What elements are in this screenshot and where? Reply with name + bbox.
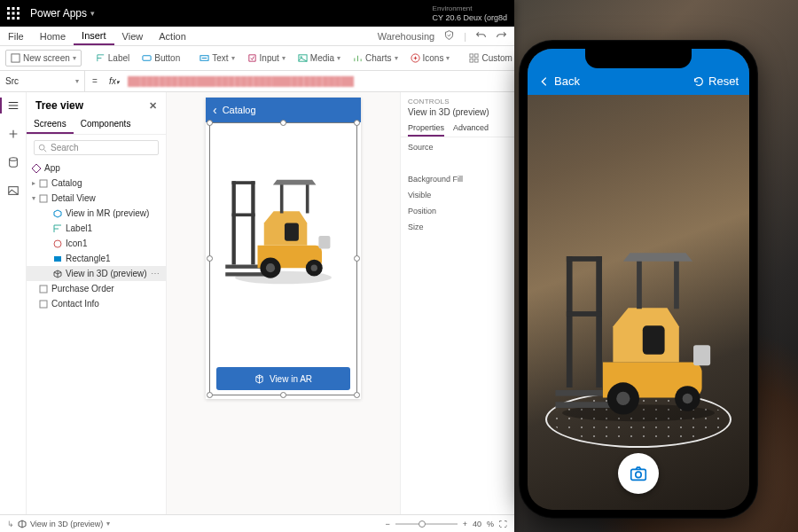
menu-view[interactable]: View (114, 27, 152, 45)
node-rect1-label: Rectangle1 (66, 254, 111, 263)
props-tab-properties[interactable]: Properties (408, 121, 444, 137)
tab-screens[interactable]: Screens (27, 115, 74, 134)
formula-bar: Src ▾ = fx▾ ████████████████████████████… (0, 71, 514, 92)
view-in-ar-label: View in AR (270, 374, 312, 384)
resize-handle[interactable] (280, 392, 286, 398)
undo-icon[interactable] (475, 29, 487, 43)
resize-handle[interactable] (280, 120, 286, 126)
zoom-out-icon[interactable]: − (385, 520, 389, 528)
node-detail-view[interactable]: ▾ Detail View (27, 191, 166, 206)
phone-reset-label: Reset (708, 74, 739, 88)
node-catalog[interactable]: ▸ Catalog (27, 176, 166, 191)
environment-picker[interactable]: Environment CY 20.6 Deux (org8d (433, 4, 514, 23)
node-app-label: App (44, 163, 60, 173)
custom-dropdown[interactable]: Custom▾ (464, 50, 514, 66)
menu-insert[interactable]: Insert (74, 27, 114, 45)
node-app[interactable]: App (27, 160, 166, 176)
status-selection[interactable]: ↳ View in 3D (preview) ▾ (7, 520, 110, 528)
app-checker-icon[interactable] (443, 29, 455, 43)
resize-handle[interactable] (207, 255, 213, 262)
prop-position[interactable]: Position (401, 201, 514, 217)
svg-rect-9 (12, 54, 20, 62)
node-label1[interactable]: Label1 (27, 221, 166, 236)
property-selector[interactable]: Src ▾ (0, 71, 85, 91)
app-launcher-waffle-icon[interactable] (0, 0, 27, 27)
node-purchase-label: Purchase Order (51, 284, 114, 293)
rail-media-icon[interactable] (7, 184, 20, 200)
text-dropdown[interactable]: Text▾ (194, 50, 239, 66)
node-purchase-order[interactable]: ▸ Purchase Order (27, 281, 166, 296)
svg-rect-26 (40, 286, 47, 293)
titlebar: Power Apps ▾ Environment CY 20.6 Deux (o… (0, 0, 514, 27)
chevron-down-icon: ▾ (75, 77, 79, 85)
fit-to-screen-icon[interactable]: ⛶ (499, 520, 507, 528)
tree-tabs: Screens Components (27, 115, 166, 135)
node-view-in-mr[interactable]: View in MR (preview) (27, 206, 166, 221)
view-in-ar-button[interactable]: View in AR (216, 367, 350, 390)
tab-components[interactable]: Components (74, 115, 138, 134)
new-screen-label: New screen (23, 53, 70, 63)
redo-icon[interactable] (496, 29, 507, 43)
media-dropdown[interactable]: Media▾ (293, 50, 346, 66)
text-label: Text (212, 53, 228, 63)
property-name: Src (5, 76, 19, 86)
menu-file[interactable]: File (0, 27, 32, 45)
props-tab-advanced[interactable]: Advanced (453, 121, 489, 137)
zoom-slider[interactable] (395, 523, 458, 525)
charts-dropdown[interactable]: Charts▾ (348, 50, 403, 66)
menu-home[interactable]: Home (32, 27, 74, 45)
powerapps-studio-window: Power Apps ▾ Environment CY 20.6 Deux (o… (0, 0, 514, 532)
collapse-icon[interactable]: ▾ (32, 194, 35, 202)
rail-insert-icon[interactable] (7, 128, 20, 144)
node-contact-info[interactable]: ▸ Contact Info (27, 296, 166, 311)
app-preview-title: Catalog (223, 105, 256, 115)
svg-rect-8 (17, 17, 20, 20)
back-chevron-icon[interactable]: ‹ (213, 103, 217, 117)
prop-source[interactable]: Source (401, 137, 514, 153)
work-area: Tree view ✕ Screens Components Search Ap… (0, 92, 514, 514)
ar-scene[interactable] (528, 95, 749, 510)
button-button[interactable]: Button (137, 50, 185, 66)
rail-tree-view-icon[interactable] (7, 99, 20, 115)
resize-handle[interactable] (207, 392, 213, 398)
phone-back-button[interactable]: Back (538, 74, 580, 88)
capture-photo-button[interactable] (618, 453, 659, 494)
phone-reset-button[interactable]: Reset (692, 74, 739, 88)
resize-handle[interactable] (207, 120, 213, 126)
resize-handle[interactable] (354, 392, 360, 398)
node-viewmr-label: View in MR (preview) (66, 208, 149, 218)
expand-icon[interactable]: ▸ (32, 179, 35, 187)
svg-point-56 (683, 394, 692, 403)
icons-dropdown[interactable]: Icons▾ (405, 50, 456, 66)
app-preview-device[interactable]: ‹ Catalog (206, 98, 361, 399)
fx-icon[interactable]: fx▾ (105, 76, 124, 86)
label-button[interactable]: Label (90, 50, 135, 66)
prop-background-fill[interactable]: Background Fill (401, 169, 514, 185)
node-more-icon[interactable]: ⋯ (151, 269, 160, 278)
zoom-thumb[interactable] (419, 520, 426, 528)
prop-size[interactable]: Size (401, 217, 514, 233)
close-panel-icon[interactable]: ✕ (149, 100, 157, 112)
prop-visible[interactable]: Visible (401, 185, 514, 201)
rail-data-icon[interactable] (7, 156, 20, 172)
svg-rect-52 (643, 325, 665, 354)
app-title[interactable]: Power Apps ▾ (27, 7, 95, 20)
node-view-in-3d[interactable]: View in 3D (preview) ⋯ (27, 266, 166, 281)
formula-input[interactable]: ████████████████████████████████████ (124, 76, 514, 86)
canvas-area[interactable]: ‹ Catalog (167, 92, 400, 514)
svg-rect-47 (567, 311, 602, 317)
input-dropdown[interactable]: Input▾ (242, 50, 291, 66)
svg-rect-0 (7, 7, 10, 10)
zoom-in-icon[interactable]: + (463, 520, 467, 528)
phone-notch (585, 49, 692, 68)
svg-rect-4 (12, 12, 15, 15)
resize-handle[interactable] (354, 120, 360, 126)
forklift-ar-model[interactable] (545, 239, 732, 426)
resize-handle[interactable] (354, 255, 360, 262)
menu-action[interactable]: Action (151, 27, 194, 45)
node-icon1[interactable]: Icon1 (27, 236, 166, 251)
node-rectangle1[interactable]: Rectangle1 (27, 251, 166, 266)
tree-search-input[interactable]: Search (34, 140, 159, 155)
svg-rect-23 (40, 195, 47, 202)
new-screen-button[interactable]: New screen▾ (5, 50, 82, 66)
